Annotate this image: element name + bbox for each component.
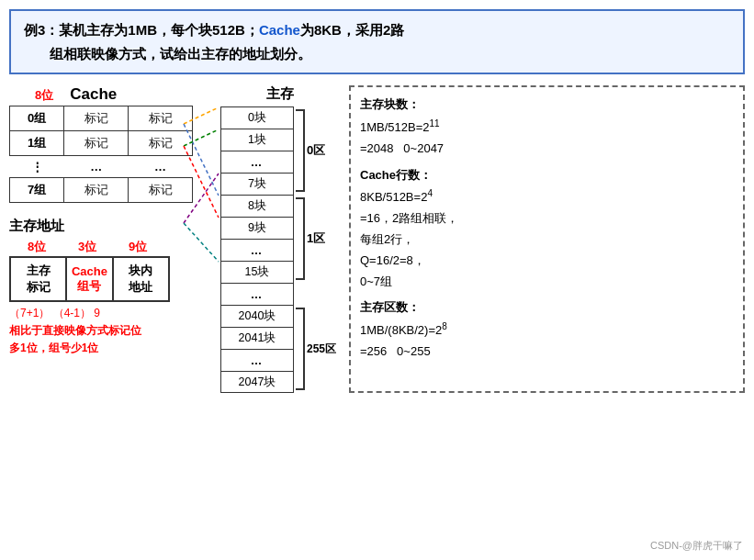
zone-0-brace <box>296 109 305 192</box>
info-section-1: 主存块数： 1MB/512B=211 =2048 0~2047 <box>360 95 734 160</box>
group-1-tag2: 标记 <box>129 131 193 156</box>
block-8: 8块 <box>220 195 294 217</box>
cache-highlight: Cache <box>259 22 300 38</box>
group-7-label: 7组 <box>10 178 64 203</box>
dots-1: … <box>64 156 129 178</box>
info-label-2: Cache行数： <box>360 165 734 186</box>
dots-2: … <box>129 156 193 178</box>
bit-label-cache: 3位 <box>64 239 110 255</box>
middle-panel: 主存 0块 1块 … 7块 8块 9块 … 15块 … 2040块 2041块 … <box>220 85 340 393</box>
description-box: 例3：某机主存为1MB，每个块512B；Cache为8KB，采用2路 组相联映像… <box>9 9 745 74</box>
cache-row-0: 0组 标记 标记 <box>10 106 193 131</box>
zone-1-group: 1区 <box>296 195 325 283</box>
mem-blocks-col: 0块 1块 … 7块 8块 9块 … 15块 … 2040块 2041块 … 2… <box>220 106 294 393</box>
block-15: 15块 <box>220 261 294 283</box>
info-text-1a: 1MB/512B=211 <box>360 116 734 139</box>
info-text-3b: =256 0~255 <box>360 342 734 363</box>
zone-255-brace <box>296 308 305 390</box>
group-0-label: 0组 <box>10 106 64 131</box>
footnote-nums-text: （7+1） （4-1） 9 <box>9 307 100 319</box>
group-7-tag2: 标记 <box>129 178 193 203</box>
addr-row: 主存标记 Cache组号 块内地址 <box>10 257 169 301</box>
info-label-1: 主存块数： <box>360 95 734 116</box>
desc-line2: 组相联映像方式，试给出主存的地址划分。 <box>24 42 730 66</box>
block-2040: 2040块 <box>220 305 294 327</box>
block-1: 1块 <box>220 129 294 151</box>
addr-footnote-line2: 多1位，组号少1位 <box>9 341 211 356</box>
info-text-2a: 8KB/512B=24 <box>360 185 734 208</box>
info-text-2b: =16，2路组相联， <box>360 208 734 230</box>
addr-cell-main: 主存标记 <box>10 257 66 301</box>
content-area: 8位 Cache 0组 标记 标记 1组 标记 标记 ⋮ … … <box>9 85 745 393</box>
zone-1-brace <box>296 197 305 280</box>
group-0-tag1: 标记 <box>64 106 129 131</box>
left-panel: 8位 Cache 0组 标记 标记 1组 标记 标记 ⋮ … … <box>9 85 211 393</box>
block-2041: 2041块 <box>220 327 294 349</box>
zone-0-label: 0区 <box>307 142 325 159</box>
block-9: 9块 <box>220 217 294 239</box>
block-dots4: … <box>220 349 294 371</box>
info-label-3: 主存区数： <box>360 297 734 319</box>
group-7-tag1: 标记 <box>64 178 129 203</box>
main-container: 例3：某机主存为1MB，每个块512B；Cache为8KB，采用2路 组相联映像… <box>0 0 754 560</box>
info-text-2c: 每组2行， <box>360 230 734 251</box>
bit-labels-row: 8位 3位 9位 <box>9 239 211 255</box>
zone-0-group: 0区 <box>296 106 325 195</box>
info-section-3: 主存区数： 1MB/(8KB/2)=28 =256 0~255 <box>360 297 734 363</box>
block-7: 7块 <box>220 173 294 195</box>
addr-footnote-nums: （7+1） （4-1） 9 <box>9 306 211 321</box>
block-dots1: … <box>220 151 294 173</box>
address-table: 主存标记 Cache组号 块内地址 <box>9 256 170 302</box>
group-1-label: 1组 <box>10 131 64 156</box>
zone-1-label: 1区 <box>307 230 325 247</box>
right-panel: 主存块数： 1MB/512B=211 =2048 0~2047 Cache行数：… <box>349 85 745 393</box>
zone-labels-col: 0区 1区 255区 <box>294 106 340 393</box>
mem-addr-title: 主存地址 <box>9 218 211 235</box>
sup-11: 11 <box>430 118 440 129</box>
block-0: 0块 <box>220 106 294 129</box>
cache-header: 8位 Cache <box>9 85 211 104</box>
bit-label-block: 9位 <box>110 239 165 255</box>
dots-label: ⋮ <box>10 156 64 178</box>
addr-cell-block: 块内地址 <box>113 257 169 301</box>
zone-255-label: 255区 <box>307 342 336 357</box>
mem-title: 主存 <box>220 85 340 103</box>
bit-label-main: 8位 <box>9 239 64 255</box>
cache-bit-label: 8位 <box>35 87 53 104</box>
info-section-2: Cache行数： 8KB/512B=24 =16，2路组相联， 每组2行， Q=… <box>360 165 734 293</box>
zone-255-group: 255区 <box>296 305 336 393</box>
cache-row-dots: ⋮ … … <box>10 156 193 178</box>
info-text-2e: 0~7组 <box>360 272 734 293</box>
cache-row-1: 1组 标记 标记 <box>10 131 193 156</box>
block-dots2: … <box>220 239 294 261</box>
info-text-1b: =2048 0~2047 <box>360 139 734 160</box>
group-1-tag1: 标记 <box>64 131 129 156</box>
sup-8: 8 <box>442 321 447 331</box>
sup-4: 4 <box>427 188 433 198</box>
addr-footnote-line1: 相比于直接映像方式标记位 <box>9 323 211 339</box>
info-text-3a: 1MB/(8KB/2)=28 <box>360 319 734 342</box>
cache-table: 0组 标记 标记 1组 标记 标记 ⋮ … … 7组 标记 标记 <box>9 106 193 203</box>
cache-title-label: Cache <box>70 85 117 104</box>
addr-cell-cache: Cache组号 <box>66 257 113 301</box>
info-text-2d: Q=16/2=8， <box>360 251 734 272</box>
group-0-tag2: 标记 <box>129 106 193 131</box>
block-dots3: … <box>220 283 294 305</box>
watermark: CSDN-@胖虎干嘛了 <box>650 539 743 553</box>
desc-line1: 例3：某机主存为1MB，每个块512B；Cache为8KB，采用2路 <box>24 18 730 42</box>
block-2047: 2047块 <box>220 371 294 393</box>
cache-row-7: 7组 标记 标记 <box>10 178 193 203</box>
mem-diagram: 0块 1块 … 7块 8块 9块 … 15块 … 2040块 2041块 … 2… <box>220 106 340 393</box>
